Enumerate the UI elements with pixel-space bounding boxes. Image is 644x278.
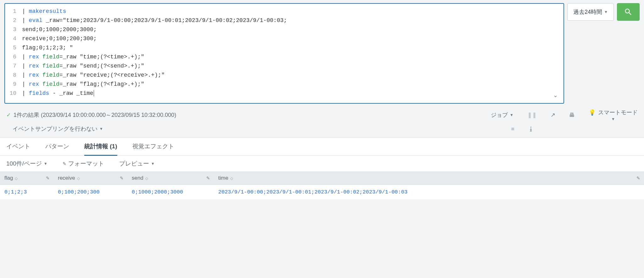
- preview-label: プレビュー: [119, 160, 149, 168]
- line-number: 1: [9, 7, 22, 16]
- caret-down-icon: ▼: [151, 161, 155, 166]
- line-number: 2: [9, 16, 22, 25]
- code-line: 8| rex field=_raw "receive;(?<receive>.+…: [9, 71, 559, 80]
- tab-events[interactable]: イベント: [6, 138, 30, 155]
- tab-visualization[interactable]: 視覚エフェクト: [132, 138, 174, 155]
- results-table: flag◇ ✎ receive◇ ✎ send◇ ✎ time◇ ✎: [0, 172, 644, 200]
- line-number: 7: [9, 62, 22, 71]
- line-number: 10: [9, 89, 22, 98]
- lightbulb-icon: 💡: [589, 109, 596, 116]
- col-label: time: [218, 175, 228, 181]
- caret-down-icon: ▼: [510, 113, 514, 117]
- check-icon: ✓: [6, 112, 11, 118]
- pencil-icon[interactable]: ✎: [636, 176, 640, 181]
- results-toolbar: 100件/ページ ▼ ✎ フォーマット プレビュー ▼: [0, 156, 644, 172]
- time-range-label: 過去24時間: [573, 8, 602, 16]
- code-content[interactable]: | rex field=_raw "send;(?<send>.+);": [22, 62, 559, 71]
- line-number: 6: [9, 52, 22, 62]
- code-line: 7| rex field=_raw "send;(?<send>.+);": [9, 62, 559, 71]
- code-line: 2| eval _raw="time;2023/9/1-00:00;2023/9…: [9, 16, 559, 25]
- col-header-time[interactable]: time◇ ✎: [214, 172, 644, 185]
- code-content[interactable]: | fields - _raw _time: [22, 89, 559, 98]
- sort-icon: ◇: [145, 176, 148, 181]
- print-icon[interactable]: 🖶: [569, 112, 575, 118]
- format-label: フォーマット: [68, 160, 104, 168]
- tab-statistics[interactable]: 統計情報 (1): [84, 138, 117, 156]
- tab-patterns[interactable]: パターン: [45, 138, 69, 155]
- cell-flag[interactable]: 0;1;2;3: [0, 185, 53, 200]
- stop-icon: ■: [511, 126, 514, 132]
- sampling-label: イベントサンプリングを行わない: [13, 125, 97, 133]
- download-icon[interactable]: ⭳: [528, 126, 534, 132]
- line-number: 3: [9, 25, 22, 34]
- line-number: 4: [9, 34, 22, 43]
- format-button[interactable]: ✎ フォーマット: [63, 160, 104, 168]
- code-line: 10| fields - _raw _time: [9, 89, 559, 98]
- table-row: 0;1;2;30;100;200;3000;1000;2000;30002023…: [0, 185, 644, 200]
- preview-dropdown[interactable]: プレビュー ▼: [119, 160, 155, 168]
- code-content[interactable]: | eval _raw="time;2023/9/1-00:00;2023/9/…: [22, 16, 559, 25]
- sort-icon: ◇: [15, 176, 18, 181]
- col-label: receive: [58, 175, 75, 181]
- code-line: 5flag;0;1;2;3; ": [9, 43, 559, 52]
- line-number: 8: [9, 71, 22, 80]
- result-count-text: 1件の結果 (2023/09/14 10:00:00.000～2023/09/1…: [14, 111, 176, 119]
- code-content[interactable]: | rex field=_raw "time;(?<time>.+);": [22, 52, 559, 62]
- cell-send[interactable]: 0;1000;2000;3000: [127, 185, 214, 200]
- caret-down-icon: ▼: [604, 10, 608, 14]
- code-content[interactable]: flag;0;1;2;3; ": [22, 43, 559, 52]
- sort-icon: ◇: [230, 176, 233, 181]
- mode-selector[interactable]: 💡 スマートモード ▼: [589, 109, 638, 121]
- event-sampling-dropdown[interactable]: イベントサンプリングを行わない ▼: [13, 125, 103, 133]
- job-menu[interactable]: ジョブ ▼: [491, 111, 514, 119]
- cell-time[interactable]: 2023/9/1-00:00;2023/9/1-00:01;2023/9/1-0…: [214, 185, 644, 200]
- col-header-receive[interactable]: receive◇ ✎: [53, 172, 127, 185]
- search-bar: 1| makeresults2| eval _raw="time;2023/9/…: [0, 0, 644, 107]
- sort-icon: ◇: [77, 176, 80, 181]
- col-header-flag[interactable]: flag◇ ✎: [0, 172, 53, 185]
- cell-receive[interactable]: 0;100;200;300: [53, 185, 127, 200]
- per-page-label: 100件/ページ: [6, 160, 42, 168]
- share-icon[interactable]: ↗: [551, 112, 555, 118]
- caret-down-icon: ▼: [99, 127, 103, 131]
- search-icon: [624, 8, 633, 16]
- code-line: 1| makeresults: [9, 7, 559, 16]
- pencil-icon[interactable]: ✎: [46, 176, 50, 181]
- code-line: 3send;0;1000;2000;3000;: [9, 25, 559, 34]
- job-label: ジョブ: [491, 111, 508, 119]
- search-status-bar: ✓ 1件の結果 (2023/09/14 10:00:00.000～2023/09…: [0, 107, 644, 123]
- caret-down-icon: ▼: [611, 117, 615, 121]
- caret-down-icon: ▼: [44, 161, 47, 166]
- col-header-send[interactable]: send◇ ✎: [127, 172, 214, 185]
- code-content[interactable]: receive;0;100;200;300;: [22, 34, 559, 43]
- col-label: flag: [4, 175, 13, 181]
- chevron-down-icon[interactable]: ⌄: [553, 92, 558, 99]
- code-content[interactable]: | makeresults: [22, 7, 559, 16]
- pencil-icon: ✎: [63, 161, 66, 166]
- result-tabs: イベント パターン 統計情報 (1) 視覚エフェクト: [0, 138, 644, 156]
- code-content[interactable]: | rex field=_raw "flag;(?<flag>.+);": [22, 80, 559, 89]
- time-range-picker[interactable]: 過去24時間 ▼: [567, 3, 614, 21]
- code-line: 4receive;0;100;200;300;: [9, 34, 559, 43]
- code-content[interactable]: send;0;1000;2000;3000;: [22, 25, 559, 34]
- code-content[interactable]: | rex field=_raw "receive;(?<receive>.+)…: [22, 71, 559, 80]
- pencil-icon[interactable]: ✎: [206, 176, 210, 181]
- per-page-dropdown[interactable]: 100件/ページ ▼: [6, 160, 47, 168]
- pause-icon: ❚❚: [527, 112, 537, 118]
- mode-label: スマートモード: [598, 109, 638, 116]
- col-label: send: [132, 175, 143, 181]
- line-number: 5: [9, 43, 22, 52]
- code-line: 6| rex field=_raw "time;(?<time>.+);": [9, 52, 559, 62]
- code-line: 9| rex field=_raw "flag;(?<flag>.+);": [9, 80, 559, 89]
- search-editor[interactable]: 1| makeresults2| eval _raw="time;2023/9/…: [4, 3, 564, 104]
- sampling-bar: イベントサンプリングを行わない ▼ ■ ⭳: [0, 123, 644, 138]
- pencil-icon[interactable]: ✎: [120, 176, 124, 181]
- line-number: 9: [9, 80, 22, 89]
- search-button[interactable]: [617, 3, 640, 21]
